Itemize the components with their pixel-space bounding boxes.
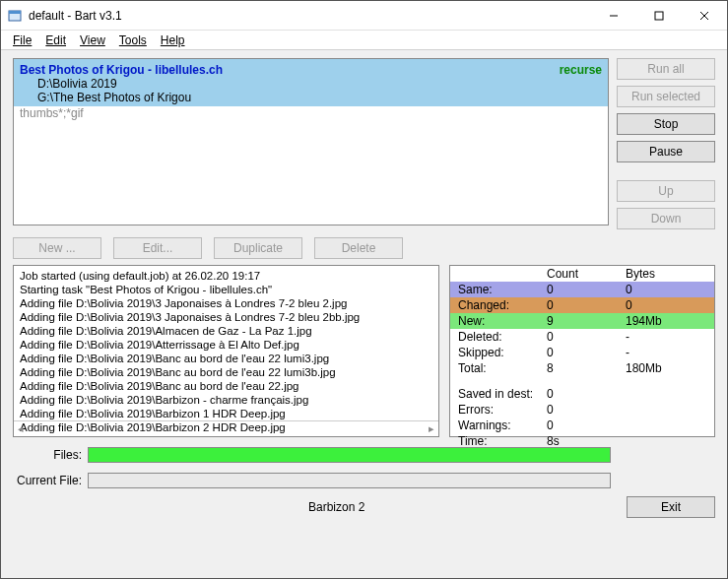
task-source-path: D:\Bolivia 2019: [20, 77, 602, 91]
menubar: File Edit View Tools Help: [1, 31, 727, 50]
log-line: Job started (using default.job) at 26.02…: [20, 269, 432, 283]
stats-row: Deleted:0-: [450, 329, 714, 345]
horizontal-scrollbar[interactable]: ◂ ▸: [14, 420, 438, 436]
window-title: default - Bart v3.1: [29, 9, 591, 23]
log-lines: Job started (using default.job) at 26.02…: [14, 266, 438, 437]
up-button[interactable]: Up: [617, 180, 715, 202]
task-list[interactable]: recurse Best Photos of Krigou - libellul…: [13, 58, 609, 225]
log-line: Adding file D:\Bolivia 2019\Barbizon 1 H…: [20, 407, 432, 420]
menu-view[interactable]: View: [74, 32, 111, 49]
side-buttons: Run all Run selected Stop Pause Up Down: [617, 58, 715, 229]
task-filter: thumbs*;*gif: [14, 106, 608, 120]
log-panel[interactable]: Job started (using default.job) at 26.02…: [13, 265, 439, 437]
minimize-button[interactable]: [591, 1, 636, 31]
menu-edit[interactable]: Edit: [39, 32, 72, 49]
menu-help[interactable]: Help: [155, 32, 191, 49]
stats-row: Same:00: [450, 282, 714, 297]
task-dest-path: G:\The Best Photos of Krigou: [20, 91, 602, 104]
svg-rect-3: [655, 12, 663, 20]
stats-summary-row: Warnings:0: [450, 418, 714, 433]
stats-summary-row: Errors:0: [450, 402, 714, 418]
current-file-progress-label: Current File:: [13, 474, 82, 487]
down-button[interactable]: Down: [617, 208, 715, 229]
run-selected-button[interactable]: Run selected: [617, 86, 715, 107]
current-file-progress-bar: [88, 473, 611, 488]
task-title: Best Photos of Krigou - libellules.ch: [20, 63, 602, 77]
log-line: Adding file D:\Bolivia 2019\Almacen de G…: [20, 324, 432, 338]
log-line: Adding file D:\Bolivia 2019\Banc au bord…: [20, 352, 432, 365]
stats-row: Total:8180Mb: [450, 360, 714, 376]
edit-task-button[interactable]: Edit...: [113, 237, 202, 259]
files-progress-bar: [88, 447, 611, 463]
stop-button[interactable]: Stop: [617, 113, 715, 135]
stats-count-header: Count: [547, 267, 626, 281]
stats-row: Changed:00: [450, 297, 714, 313]
titlebar: default - Bart v3.1: [1, 1, 727, 31]
maximize-button[interactable]: [636, 1, 682, 31]
close-button[interactable]: [682, 1, 727, 31]
delete-task-button[interactable]: Delete: [314, 237, 403, 259]
stats-header: Count Bytes: [450, 266, 714, 282]
stats-summary: Saved in dest:0Errors:0Warnings:0Time:8s: [450, 386, 714, 449]
log-line: Starting task "Best Photos of Krigou - l…: [20, 283, 432, 296]
scroll-right-icon[interactable]: ▸: [429, 422, 434, 435]
stats-summary-row: Saved in dest:0: [450, 386, 714, 402]
content-area: recurse Best Photos of Krigou - libellul…: [1, 50, 727, 578]
log-line: Adding file D:\Bolivia 2019\Banc au bord…: [20, 379, 432, 393]
app-window: default - Bart v3.1 File Edit View Tools…: [0, 0, 728, 579]
task-recurse-label: recurse: [560, 63, 602, 77]
svg-rect-1: [9, 11, 21, 14]
stats-row: Skipped:0-: [450, 345, 714, 360]
stats-bytes-header: Bytes: [626, 267, 706, 281]
files-progress-fill: [89, 448, 610, 462]
menu-file[interactable]: File: [7, 32, 37, 49]
files-progress-label: Files:: [13, 448, 82, 462]
run-all-button[interactable]: Run all: [617, 58, 715, 80]
pause-button[interactable]: Pause: [617, 141, 715, 162]
stats-rows: Same:00Changed:00New:9194MbDeleted:0-Ski…: [450, 282, 714, 376]
log-line: Adding file D:\Bolivia 2019\Barbizon - c…: [20, 393, 432, 407]
new-task-button[interactable]: New ...: [13, 237, 101, 259]
app-icon: [7, 8, 23, 24]
log-line: Adding file D:\Bolivia 2019\Banc au bord…: [20, 365, 432, 379]
log-line: Adding file D:\Bolivia 2019\Atterrissage…: [20, 338, 432, 352]
log-line: Adding file D:\Bolivia 2019\3 Japonaises…: [20, 296, 432, 310]
menu-tools[interactable]: Tools: [113, 32, 153, 49]
current-file-name: Barbizon 2: [308, 500, 364, 514]
task-buttons: New ... Edit... Duplicate Delete: [13, 237, 715, 259]
exit-button[interactable]: Exit: [627, 496, 715, 518]
stats-panel: Count Bytes Same:00Changed:00New:9194MbD…: [449, 265, 715, 437]
stats-row: New:9194Mb: [450, 313, 714, 329]
scroll-left-icon[interactable]: ◂: [18, 422, 24, 435]
window-controls: [591, 1, 727, 31]
log-line: Adding file D:\Bolivia 2019\3 Japonaises…: [20, 310, 432, 324]
task-item-selected[interactable]: recurse Best Photos of Krigou - libellul…: [14, 59, 608, 106]
duplicate-task-button[interactable]: Duplicate: [214, 237, 302, 259]
